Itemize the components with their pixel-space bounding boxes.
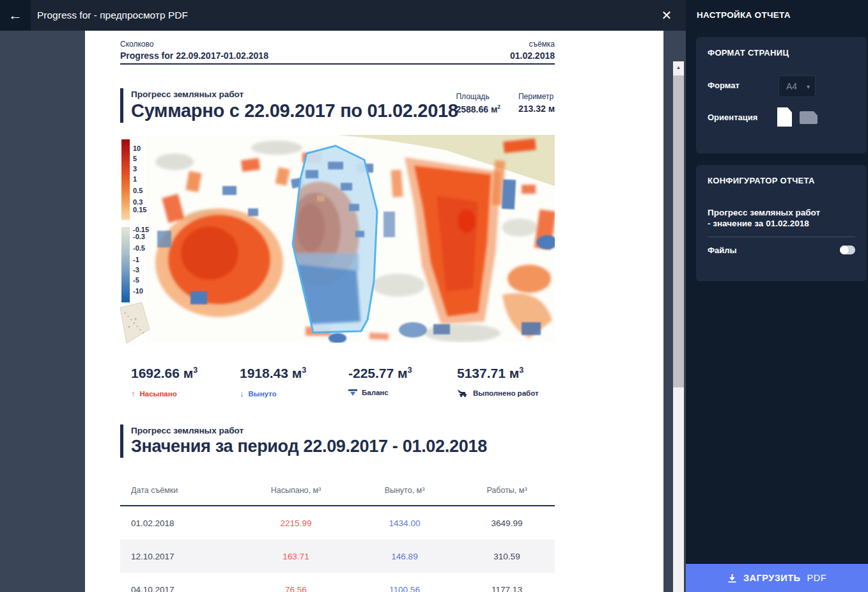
cell-fill: 163.71 [242,552,350,561]
table-row: 04.10.2017 76.56 1100.56 1177.13 [120,573,555,592]
metrics-block: Площадь 2588.66 м2 Периметр 213.32 м [456,92,555,114]
stat-balance-value: -225.77 м [348,366,408,380]
chevron-down-icon: ▾ [807,83,810,90]
format-label: Формат [708,81,740,90]
back-button[interactable]: ← [0,0,31,31]
section-eyebrow: Прогресс земляных работ [131,90,458,99]
values-table: Дата съёмки Насыпано, м³ Вынуто, м³ Рабо… [120,478,555,592]
scrollbar-thumb[interactable] [673,75,684,387]
legend-label: 5 [133,155,137,162]
format-select[interactable]: A4 ▾ [779,75,816,97]
sidebar-title: НАСТРОЙКА ОТЧЕТА [697,10,791,20]
download-label: ЗАГРУЗИТЬ [743,573,801,583]
col-header-works: Работы, м³ [459,486,555,495]
stat-fill-label: Насыпано [140,390,177,398]
survey-block: съёмка 01.02.2018 [510,40,555,61]
cell-fill: 76.56 [242,585,350,592]
legend-label: 3 [133,166,137,173]
stat-balance-label: Баланс [362,389,389,396]
col-header-date: Дата съёмки [120,486,242,495]
site-name: Сколково [120,40,555,49]
document-header: Сколково Progress for 22.09.2017-01.02.2… [120,40,555,61]
files-label: Файлы [708,245,737,255]
legend-label: 0.15 [133,206,146,214]
table-row: 12.10.2017 163.71 146.89 310.59 [120,540,555,573]
window-title: Progress for - предпросмотр PDF [37,0,188,31]
heatmap-figure: 10 5 3 1 0.5 0.3 0.15 -0.15 -0.3 -0.5 -1… [120,135,555,343]
area-label: Площадь [456,92,500,101]
app-window: ← Progress for - предпросмотр PDF ✕ Скол… [0,0,868,592]
format-value: A4 [786,81,797,91]
download-suffix: PDF [807,573,827,583]
col-header-fill: Насыпано, м³ [242,486,350,495]
report-configurator-panel: КОНФИГУРАТОР ОТЧЕТА Прогресс земляных ра… [696,165,867,281]
stat-cut-value: 1918.43 м [240,366,302,380]
stat-sup: 3 [519,366,523,375]
legend-label: 0.3 [133,199,143,206]
config-item-title: Прогресс земляных работ [708,207,820,218]
survey-date: 01.02.2018 [510,51,555,61]
cell-fill: 2215.99 [242,518,350,528]
panel-title: ФОРМАТ СТРАНИЦ [708,48,789,58]
config-item: Прогресс земляных работ - значение за 01… [708,207,820,229]
download-icon [727,573,737,583]
toggle-knob [840,245,849,254]
stat-works-value: 5137.71 м [457,366,519,380]
arrow-up-icon: ↑ [131,389,136,398]
perimeter-metric: Периметр 213.32 м [518,92,555,114]
orientation-label: Ориентация [708,113,757,122]
section-title: Суммарно с 22.09.2017 по 01.02.2018 [131,100,458,121]
legend-label: 0.5 [133,187,143,194]
map-inset-icon [120,302,150,343]
close-button[interactable]: ✕ [653,0,681,31]
legend-label: -0.3 [133,233,145,240]
stat-works-label: Выполнено работ [473,389,539,397]
legend-label: -0.5 [133,245,145,252]
perimeter-label: Периметр [518,92,555,101]
scroll-up-icon: ▲ [676,65,681,70]
cell-date: 01.02.2018 [120,518,242,528]
stat-fill: 1692.66 м3 ↑Насыпано [120,366,229,398]
stat-works: 5137.71 м3 Выполнено работ [446,366,555,398]
volume-stats: 1692.66 м3 ↑Насыпано 1918.43 м3 ↓Вынуто … [120,366,555,398]
table-header-row: Дата съёмки Насыпано, м³ Вынуто, м³ Рабо… [120,478,555,505]
cell-works: 3649.99 [459,518,555,528]
top-bar: ← Progress for - предпросмотр PDF ✕ [0,0,686,31]
orientation-landscape-icon[interactable] [800,111,818,124]
survey-label: съёмка [510,40,555,49]
section-summary: Прогресс земляных работ Суммарно с 22.09… [120,88,458,123]
divider [708,237,855,237]
report-title: Progress for 22.09.2017-01.02.2018 [120,51,555,61]
report-settings-sidebar: НАСТРОЙКА ОТЧЕТА ФОРМАТ СТРАНИЦ Формат A… [686,0,868,592]
scroll-up-button[interactable]: ▲ [673,61,684,73]
heatmap-image [146,135,555,343]
page-format-panel: ФОРМАТ СТРАНИЦ Формат A4 ▾ Ориентация [696,37,867,153]
files-toggle[interactable] [840,245,855,254]
stat-cut-label: Вынуто [249,390,277,398]
area-sup: 2 [497,104,500,110]
area-metric: Площадь 2588.66 м2 [456,92,500,114]
stat-sup: 3 [193,366,198,375]
download-pdf-button[interactable]: ЗАГРУЗИТЬ PDF [686,564,868,592]
cell-cut: 146.89 [350,552,459,561]
stat-cut: 1918.43 м3 ↓Вынуто [229,366,337,398]
perimeter-value: 213.32 м [518,104,555,114]
cell-works: 310.59 [459,552,555,561]
table-row: 01.02.2018 2215.99 1434.00 3649.99 [120,506,555,540]
legend-label: -1 [133,256,139,263]
orientation-portrait-icon[interactable] [777,107,792,127]
section-title: Значения за период 22.09.2017 - 01.02.20… [131,437,487,456]
page-scrollbar[interactable]: ▲ ▼ [673,61,684,592]
color-scale-legend: 10 5 3 1 0.5 0.3 0.15 -0.15 -0.3 -0.5 -1… [121,135,150,343]
cell-works: 1177.13 [459,585,555,592]
area-value: 2588.66 м [456,104,497,114]
close-icon: ✕ [662,8,672,23]
header-divider [120,63,555,65]
arrow-down-icon: ↓ [240,389,244,398]
balance-icon [348,389,357,396]
section-period: Прогресс земляных работ Значения за пери… [120,425,487,458]
stat-balance: -225.77 м3 Баланс [337,366,446,398]
stat-sup: 3 [302,366,306,375]
legend-label: 10 [133,145,141,152]
legend-label: 1 [133,176,137,183]
